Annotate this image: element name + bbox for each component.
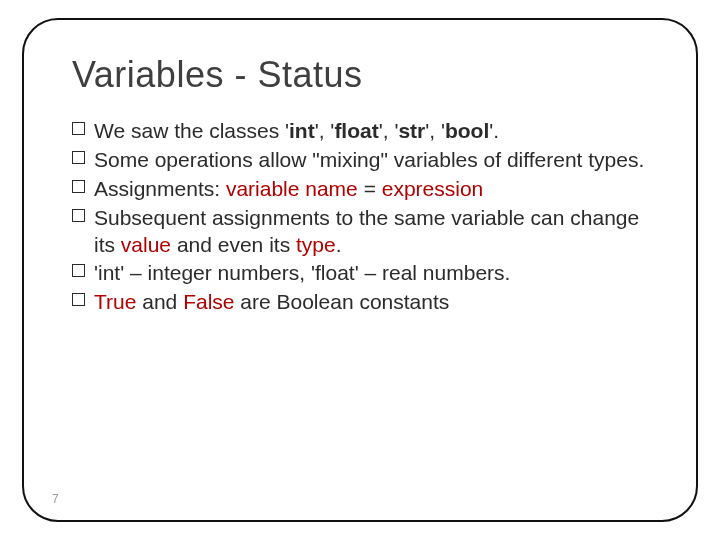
text: and: [136, 290, 183, 313]
text: ', ': [425, 119, 445, 142]
bullet-list: We saw the classes 'int', 'float', 'str'…: [72, 118, 648, 316]
word-value: value: [121, 233, 171, 256]
slide-title: Variables - Status: [72, 54, 648, 96]
word-type: type: [296, 233, 336, 256]
text: =: [358, 177, 382, 200]
bullet-item-4: Subsequent assignments to the same varia…: [72, 205, 648, 259]
bullet-item-2: Some operations allow "mixing" variables…: [72, 147, 648, 174]
text: 'int' – integer numbers, 'float' – real …: [94, 261, 510, 284]
class-float: float: [334, 119, 378, 142]
text: and even its: [171, 233, 296, 256]
text: are Boolean constants: [234, 290, 449, 313]
bullet-item-5: 'int' – integer numbers, 'float' – real …: [72, 260, 648, 287]
class-bool: bool: [445, 119, 489, 142]
text: '.: [489, 119, 499, 142]
text: Some operations allow "mixing" variables…: [94, 148, 644, 171]
text: .: [336, 233, 342, 256]
bullet-item-6: True and False are Boolean constants: [72, 289, 648, 316]
slide-frame: Variables - Status We saw the classes 'i…: [22, 18, 698, 522]
const-true: True: [94, 290, 136, 313]
bullet-item-1: We saw the classes 'int', 'float', 'str'…: [72, 118, 648, 145]
page-number: 7: [52, 492, 59, 506]
assign-varname: variable name: [226, 177, 358, 200]
text: Assignments:: [94, 177, 226, 200]
bullet-item-3: Assignments: variable name = expression: [72, 176, 648, 203]
text: ', ': [315, 119, 335, 142]
text: ', ': [379, 119, 399, 142]
class-int: int: [289, 119, 315, 142]
const-false: False: [183, 290, 234, 313]
slide: Variables - Status We saw the classes 'i…: [0, 0, 720, 540]
text: We saw the classes ': [94, 119, 289, 142]
class-str: str: [398, 119, 425, 142]
assign-expression: expression: [382, 177, 484, 200]
